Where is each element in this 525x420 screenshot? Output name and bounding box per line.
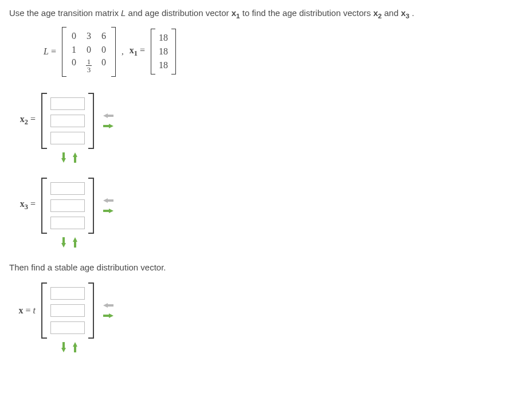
x2-label: x2 = <box>9 114 36 127</box>
x1-label: x1 = <box>130 45 145 58</box>
comma: , <box>122 47 124 57</box>
L-1-1: 0 <box>85 45 93 54</box>
text: and age distribution vector <box>128 8 232 18</box>
svg-marker-9 <box>103 313 113 318</box>
text: . <box>412 8 414 18</box>
x2-input-1[interactable] <box>50 115 85 127</box>
remove-column-icon[interactable] <box>103 301 113 309</box>
L-0-0: 0 <box>70 32 78 41</box>
svg-marker-8 <box>103 303 113 308</box>
remove-column-icon[interactable] <box>103 197 113 205</box>
add-row-icon[interactable] <box>60 342 68 352</box>
add-column-icon[interactable] <box>103 312 113 320</box>
x3-input-1[interactable] <box>50 199 85 212</box>
xt-input-0[interactable] <box>50 287 85 300</box>
svg-marker-1 <box>103 124 113 128</box>
problem-statement: Use the age transition matrix L and age … <box>9 7 516 21</box>
x1-2: 18 <box>159 61 168 70</box>
matrix-L: 0 3 6 1 0 0 0 1 3 0 <box>62 27 116 77</box>
answer-matrix-x3 <box>41 178 94 234</box>
L-label: L = <box>44 46 56 57</box>
x3-row-controls <box>60 237 516 248</box>
svg-marker-11 <box>73 342 77 352</box>
remove-column-icon[interactable] <box>103 112 113 120</box>
xt-row-controls <box>60 342 516 352</box>
x1-1: 18 <box>159 47 168 56</box>
svg-marker-3 <box>73 152 77 163</box>
x2-input-0[interactable] <box>50 97 85 110</box>
symbol-L: L <box>121 8 126 18</box>
svg-marker-4 <box>103 198 113 203</box>
x2-input-2[interactable] <box>50 132 85 144</box>
answer-matrix-x2 <box>41 93 94 149</box>
symbol-x2: x2 <box>373 8 382 18</box>
text: and <box>384 8 401 18</box>
add-column-icon[interactable] <box>103 122 113 130</box>
symbol-x1: x1 <box>232 8 240 18</box>
answer-xt-row: x = t <box>9 282 516 339</box>
add-row-icon[interactable] <box>60 237 68 248</box>
vector-x1: 18 18 18 <box>151 29 176 74</box>
L-0-2: 6 <box>100 32 108 41</box>
L-2-2: 0 <box>100 58 108 73</box>
svg-marker-7 <box>73 237 77 248</box>
L-1-0: 1 <box>70 45 78 54</box>
stable-instruction: Then find a stable age distribution vect… <box>9 262 516 272</box>
given-equations: L = 0 3 6 1 0 0 0 1 3 <box>44 27 516 77</box>
remove-row-icon[interactable] <box>71 152 79 163</box>
L-1-2: 0 <box>100 45 108 54</box>
add-column-icon[interactable] <box>103 207 113 215</box>
xt-input-2[interactable] <box>50 321 85 334</box>
x3-label: x3 = <box>9 199 36 211</box>
svg-marker-0 <box>103 113 113 118</box>
x3-input-2[interactable] <box>50 217 85 229</box>
svg-marker-2 <box>61 152 66 163</box>
x1-0: 18 <box>159 33 168 42</box>
remove-row-icon[interactable] <box>71 342 79 352</box>
svg-marker-10 <box>61 342 66 352</box>
x2-row-controls <box>60 152 516 163</box>
xt-label: x = t <box>9 305 36 316</box>
remove-row-icon[interactable] <box>71 237 79 248</box>
answer-x2-row: x2 = <box>9 93 516 149</box>
answer-x3-row: x3 = <box>9 178 516 234</box>
text: to find the age distribution vectors <box>242 8 373 18</box>
L-0-1: 3 <box>85 32 93 41</box>
text: Use the age transition matrix <box>9 8 121 18</box>
xt-input-1[interactable] <box>50 304 85 317</box>
svg-marker-6 <box>61 237 66 248</box>
answer-matrix-xt <box>41 282 94 339</box>
add-row-icon[interactable] <box>60 152 68 163</box>
svg-marker-5 <box>103 209 113 213</box>
x3-input-0[interactable] <box>50 182 85 195</box>
symbol-x3: x3 <box>401 8 409 18</box>
L-2-1: 1 3 <box>85 58 93 73</box>
L-2-0: 0 <box>70 58 78 73</box>
